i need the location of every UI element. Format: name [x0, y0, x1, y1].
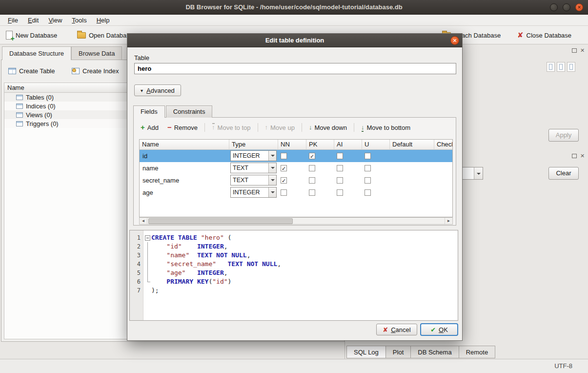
fields-pane: +Add−Remove↑Move to top↑Move up↓Move dow… [133, 117, 456, 226]
ai-checkbox[interactable] [337, 177, 343, 184]
undock-icon[interactable] [572, 48, 577, 53]
field-type-cell: TEXT [229, 162, 278, 174]
column-header-name[interactable]: Name [140, 140, 229, 150]
column-header-pk[interactable]: PK [306, 140, 334, 150]
type-select[interactable]: TEXT [230, 163, 277, 173]
field-name-cell: secret_name [140, 174, 229, 186]
encoding-label: UTF-8 [554, 362, 572, 370]
move-to-top-label: Move to top [218, 124, 251, 131]
tab-db-schema[interactable]: DB Schema [411, 346, 459, 358]
menu-edit[interactable]: Edit [23, 16, 43, 25]
field-row-secret-name[interactable]: secret_nameTEXT✓ [140, 174, 452, 186]
clear-button[interactable]: Clear [548, 167, 579, 180]
column-header-type[interactable]: Type [229, 140, 278, 150]
scrollbar-thumb[interactable] [148, 218, 293, 224]
remove-button[interactable]: −Remove [165, 124, 200, 131]
close-dock-icon[interactable]: ✕ [580, 48, 585, 53]
move-up-button: ↑Move up [263, 124, 297, 131]
undock-icon[interactable] [572, 154, 577, 158]
pk-checkbox[interactable] [309, 177, 315, 184]
menu-file[interactable]: File [3, 16, 23, 25]
create-index-button[interactable]: Create Index [69, 64, 122, 77]
sql-token: , [224, 269, 228, 276]
pk-checkbox[interactable] [309, 165, 315, 171]
small-toolbar-icon[interactable] [557, 62, 565, 72]
cancel-button[interactable]: ✘ Cancel [376, 324, 417, 335]
menu-tools[interactable]: Tools [67, 16, 91, 25]
u-checkbox[interactable] [365, 177, 371, 184]
close-window-button[interactable]: ✕ [575, 3, 583, 11]
tab-plot[interactable]: Plot [386, 346, 411, 358]
titlebar[interactable]: DB Browser for SQLite - /home/user/code/… [0, 0, 588, 15]
tab-database-structure[interactable]: Database Structure [2, 46, 71, 60]
field-row-age[interactable]: ageINTEGER [140, 186, 452, 199]
combo-arrow-icon [474, 167, 483, 179]
fold-marker [143, 251, 151, 260]
ai-checkbox[interactable] [337, 165, 343, 171]
dialog-close-button[interactable]: ✕ [450, 36, 459, 45]
small-toolbar-icon[interactable] [567, 62, 575, 72]
ai-checkbox[interactable] [337, 153, 343, 159]
maximize-button[interactable] [563, 3, 570, 11]
sql-line: 5 "age" INTEGER, [130, 269, 458, 277]
default-cell [390, 174, 434, 186]
close-dock-icon[interactable]: ✕ [580, 153, 585, 159]
menu-help[interactable]: Help [92, 16, 115, 25]
nn-checkbox[interactable] [281, 189, 287, 196]
column-header-check[interactable]: Check [434, 140, 453, 150]
tab-browse-data[interactable]: Browse Data [71, 46, 122, 60]
new-database-button[interactable]: New Database [2, 26, 61, 44]
tab-fields[interactable]: Fields [133, 105, 165, 118]
table-name-input[interactable] [134, 63, 456, 74]
sql-code-line: PRIMARY KEY("id") [151, 277, 231, 286]
combo-arrow-icon[interactable] [268, 175, 276, 185]
column-header-ai[interactable]: AI [334, 140, 362, 150]
column-header-u[interactable]: U [362, 140, 390, 150]
dock-controls-top: ✕ [572, 48, 585, 53]
combo-arrow-icon[interactable] [268, 151, 276, 161]
pk-checkbox[interactable] [309, 189, 315, 196]
field-row-id[interactable]: idINTEGER✓ [140, 150, 452, 162]
nn-checkbox[interactable]: ✓ [281, 165, 287, 171]
nn-checkbox[interactable] [281, 153, 287, 159]
type-select[interactable]: INTEGER [230, 150, 277, 161]
u-checkbox[interactable] [365, 165, 371, 171]
small-toolbar-icon[interactable] [547, 62, 555, 72]
ai-checkbox[interactable] [337, 189, 343, 196]
pk-checkbox[interactable]: ✓ [309, 153, 315, 159]
column-header-nn[interactable]: NN [278, 140, 306, 150]
field-row-name[interactable]: nameTEXT✓ [140, 162, 452, 174]
move-down-button[interactable]: ↓Move down [307, 124, 349, 131]
tree-item-label: Indices (0) [26, 103, 56, 110]
close-database-button[interactable]: ✘ Close Database [513, 26, 575, 44]
type-select[interactable]: TEXT [230, 175, 277, 186]
move-to-bottom-label: Move to bottom [366, 124, 410, 131]
combo-arrow-icon[interactable] [268, 187, 276, 197]
fold-marker[interactable] [143, 233, 151, 242]
dialog-title: Edit table definition [265, 37, 324, 44]
tab-constraints[interactable]: Constraints [166, 105, 213, 118]
advanced-toggle-button[interactable]: ▾ Advanced [134, 84, 181, 96]
column-header-default[interactable]: Default [390, 140, 434, 150]
menu-view[interactable]: View [43, 16, 67, 25]
sql-token: ) [228, 278, 232, 285]
move-to-bottom-button[interactable]: ↓Move to bottom [359, 124, 412, 131]
add-button[interactable]: +Add [139, 124, 161, 131]
grid-header-row: NameTypeNNPKAIUDefaultCheck [140, 140, 452, 150]
u-checkbox[interactable] [365, 189, 371, 196]
tab-sql-log[interactable]: SQL Log [346, 346, 386, 358]
ok-button[interactable]: ✔ OK [420, 323, 458, 336]
type-select[interactable]: INTEGER [230, 187, 277, 198]
u-checkbox[interactable] [365, 153, 371, 159]
scroll-right-icon[interactable]: ► [445, 218, 452, 224]
horizontal-scrollbar[interactable]: ◄ ► [139, 217, 453, 225]
scroll-left-icon[interactable]: ◄ [140, 218, 147, 224]
minimize-button[interactable] [550, 3, 558, 11]
field-type-cell: TEXT [229, 174, 278, 186]
dialog-titlebar[interactable]: Edit table definition ✕ [127, 34, 462, 47]
tab-remote[interactable]: Remote [459, 346, 496, 358]
combo-arrow-icon[interactable] [268, 163, 276, 173]
create-table-button[interactable]: Create Table [5, 64, 58, 77]
close-database-label: Close Database [527, 32, 572, 39]
nn-checkbox[interactable]: ✓ [281, 177, 287, 184]
